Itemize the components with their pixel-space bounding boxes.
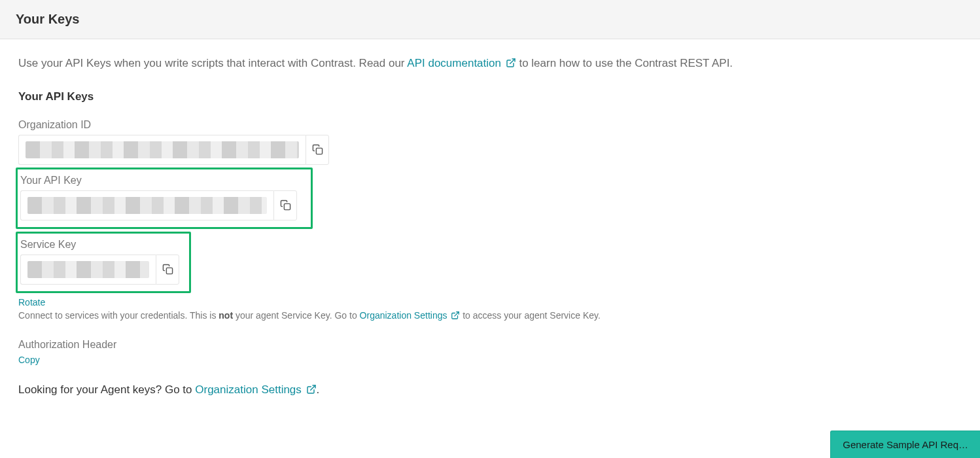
svg-line-5 xyxy=(310,385,315,390)
api-documentation-link[interactable]: API documentation xyxy=(407,57,516,69)
service-key-row xyxy=(20,255,179,285)
copy-icon xyxy=(280,200,291,211)
agent-keys-note: Looking for your Agent keys? Go to Organ… xyxy=(18,383,962,396)
service-key-note: Connect to services with your credential… xyxy=(18,310,962,321)
authorization-header-label: Authorization Header xyxy=(18,339,962,351)
copy-api-key-button[interactable] xyxy=(273,190,297,220)
intro-after: to learn how to use the Contrast REST AP… xyxy=(516,57,733,69)
svg-rect-2 xyxy=(284,203,290,209)
section-title: Your API Keys xyxy=(18,90,962,103)
copy-authorization-link[interactable]: Copy xyxy=(18,355,40,365)
authorization-header-group: Authorization Header Copy xyxy=(18,339,962,365)
copy-service-key-button[interactable] xyxy=(156,255,179,285)
svg-rect-3 xyxy=(166,268,172,273)
organization-settings-link[interactable]: Organization Settings xyxy=(360,310,461,321)
intro-text: Use your API Keys when you write scripts… xyxy=(18,55,962,72)
organization-id-label: Organization ID xyxy=(18,119,962,131)
redacted-value xyxy=(27,261,149,278)
svg-rect-1 xyxy=(316,148,322,154)
organization-id-group: Organization ID xyxy=(18,119,962,165)
copy-icon xyxy=(312,144,323,155)
svg-line-4 xyxy=(455,311,459,315)
external-link-icon xyxy=(506,58,516,68)
copy-icon xyxy=(162,264,173,275)
api-key-highlight: Your API Key xyxy=(16,167,313,229)
external-link-icon xyxy=(451,311,460,320)
organization-id-row xyxy=(18,135,329,165)
organization-id-value xyxy=(18,135,306,165)
content-area: Use your API Keys when you write scripts… xyxy=(0,39,980,396)
intro-before: Use your API Keys when you write scripts… xyxy=(18,57,407,69)
rotate-link[interactable]: Rotate xyxy=(18,297,45,308)
page-header: Your Keys xyxy=(0,0,980,39)
api-key-value xyxy=(20,190,273,220)
redacted-value xyxy=(27,197,267,214)
service-key-label: Service Key xyxy=(20,239,184,251)
api-key-label: Your API Key xyxy=(20,175,306,186)
external-link-icon xyxy=(306,384,317,395)
api-key-row xyxy=(20,190,297,220)
copy-org-id-button[interactable] xyxy=(306,135,329,165)
generate-sample-api-request-button[interactable]: Generate Sample API Req… xyxy=(830,431,980,458)
service-key-value xyxy=(20,255,156,285)
organization-settings-link-agent[interactable]: Organization Settings xyxy=(195,383,316,396)
page-title: Your Keys xyxy=(16,12,964,27)
service-key-highlight: Service Key xyxy=(16,232,191,293)
svg-line-0 xyxy=(510,59,514,63)
redacted-value xyxy=(26,141,299,158)
